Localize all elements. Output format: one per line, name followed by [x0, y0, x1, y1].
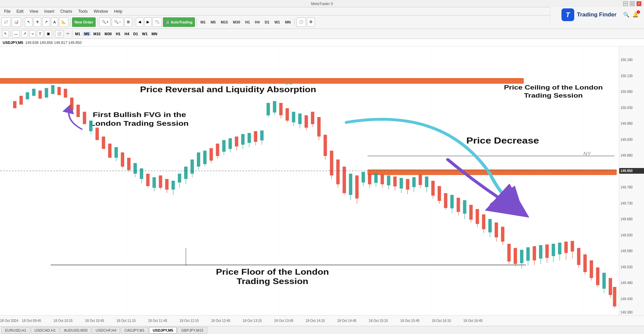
timeframe-d1[interactable]: D1 — [132, 32, 139, 36]
timeframe-m30[interactable]: M30 — [103, 32, 113, 36]
cursor-button[interactable]: ↖ — [25, 17, 33, 27]
scroll-left-button[interactable]: ◀ — [136, 17, 143, 27]
new-order-button[interactable]: New Order — [72, 17, 96, 27]
svg-rect-37 — [76, 105, 80, 117]
svg-rect-96 — [260, 130, 264, 141]
menu-view[interactable]: View — [27, 8, 41, 14]
tf-h4[interactable]: H4 — [253, 19, 262, 25]
svg-rect-182 — [533, 246, 536, 260]
svg-rect-164 — [476, 209, 479, 224]
symbol-tabs: EURUSD,H1 USDCAD,H1 AUDUSD,M30 USDCHF,H4… — [0, 326, 644, 334]
tf-d1[interactable]: D1 — [263, 19, 271, 25]
zoom-out-button[interactable]: 🔍− — [112, 17, 123, 27]
timeframe-w1[interactable]: W1 — [141, 32, 149, 36]
new-chart-button[interactable]: 📈 — [1, 17, 11, 27]
svg-rect-35 — [70, 98, 73, 110]
menu-insert[interactable]: Insert — [42, 8, 57, 14]
svg-rect-140 — [399, 178, 403, 189]
svg-rect-110 — [305, 115, 308, 128]
tf-w1[interactable]: W1 — [272, 19, 282, 25]
timeframe-h4[interactable]: H4 — [123, 32, 130, 36]
svg-rect-200 — [590, 260, 593, 278]
svg-rect-184 — [539, 245, 542, 259]
svg-rect-142 — [406, 179, 409, 190]
time-label-5: 18 Oct 11:45 — [148, 319, 167, 323]
line-button[interactable]: ↗ — [42, 17, 50, 27]
svg-rect-2 — [0, 78, 524, 79]
draw-trendline[interactable]: ↗ — [21, 30, 28, 38]
time-label-13: 18 Oct 15:45 — [400, 319, 419, 323]
chart-type-button[interactable]: 📊 — [12, 17, 21, 27]
search-icon[interactable]: 🔍 — [623, 12, 630, 18]
svg-rect-108 — [298, 114, 302, 124]
text-button[interactable]: A — [51, 17, 58, 27]
settings-button[interactable]: ⚙ — [307, 17, 315, 27]
tab-usdchf-h4[interactable]: USDCHF,H4 — [92, 327, 120, 334]
svg-rect-92 — [248, 133, 251, 143]
tf-mn[interactable]: MN — [283, 19, 293, 25]
draw-cursor[interactable]: ↖ — [2, 30, 9, 38]
tf-h1[interactable]: H1 — [243, 19, 252, 25]
tf-m30[interactable]: M30 — [231, 19, 242, 25]
draw-multiline[interactable]: ≈ — [30, 30, 36, 38]
draw-text-btn[interactable]: T — [37, 30, 43, 38]
draw-hline[interactable]: — — [12, 30, 20, 38]
tf-m5[interactable]: M5 — [209, 19, 218, 25]
svg-rect-166 — [482, 214, 485, 229]
tab-audusd-m30[interactable]: AUDUSD,M30 — [60, 327, 91, 334]
svg-rect-122 — [342, 167, 346, 193]
svg-rect-106 — [292, 112, 295, 122]
menu-edit[interactable]: Edit — [14, 8, 26, 14]
tab-cadjpy-m1[interactable]: CADJPY,M1 — [121, 327, 148, 334]
clock-button[interactable]: 🕐 — [297, 17, 306, 27]
scroll-right-button[interactable]: ▶ — [144, 17, 152, 27]
time-label-2: 18 Oct 10:15 — [53, 319, 72, 323]
svg-rect-100 — [273, 101, 276, 113]
chart-main[interactable]: LO NY Price Reversal and Liquidity Absor… — [0, 46, 619, 315]
svg-rect-208 — [613, 287, 616, 307]
timeframe-m5-active[interactable]: M5 — [83, 32, 91, 36]
svg-rect-154 — [444, 193, 447, 208]
fit-button[interactable]: ⊞ — [124, 17, 132, 27]
svg-rect-144 — [412, 177, 416, 187]
separator-3 — [97, 18, 98, 26]
svg-rect-51 — [121, 153, 124, 167]
svg-rect-65 — [165, 179, 168, 190]
timeframe-m1[interactable]: M1 — [74, 32, 82, 36]
svg-text:LO: LO — [286, 80, 293, 85]
menu-charts[interactable]: Charts — [58, 8, 75, 14]
svg-text:149.430: 149.430 — [621, 297, 633, 300]
svg-text:149.780: 149.780 — [621, 185, 633, 189]
tab-gbpjpy-m15[interactable]: GBPJPY,M15 — [177, 327, 207, 334]
tf-m15[interactable]: M15 — [219, 19, 230, 25]
tf-m1[interactable]: M1 — [199, 19, 208, 25]
svg-rect-82 — [216, 144, 219, 156]
svg-rect-124 — [349, 174, 352, 195]
timeframe-mn[interactable]: MN — [150, 32, 159, 36]
svg-rect-23 — [32, 89, 36, 96]
menu-file[interactable]: File — [1, 8, 13, 14]
svg-rect-102 — [279, 103, 282, 115]
crosshair-button[interactable]: ✛ — [34, 17, 41, 27]
tab-usdjpy-m5[interactable]: USDJPY,M5 — [149, 327, 177, 334]
notification-icon[interactable]: 🔔1 — [632, 12, 639, 18]
zoom-in-button[interactable]: 🔍+ — [99, 17, 111, 27]
fib-button[interactable]: 📐 — [59, 17, 68, 27]
timeframe-h1[interactable]: H1 — [114, 32, 122, 36]
menu-help[interactable]: Help — [111, 8, 125, 14]
time-label-10: 18 Oct 14:15 — [306, 319, 325, 323]
pen-label: ✏ — [65, 32, 71, 36]
draw-text-frame[interactable]: ▣ — [45, 30, 52, 38]
new-order-label: New Order — [74, 20, 93, 24]
svg-rect-158 — [457, 198, 460, 212]
menu-tools[interactable]: Tools — [75, 8, 90, 14]
autotrading-button[interactable]: 🤖 AutoTrading — [163, 17, 195, 27]
tab-eurusd-h1[interactable]: EURUSD,H1 — [1, 327, 30, 334]
indicators-button[interactable]: 📉 — [153, 17, 162, 27]
draw-shapes[interactable]: ⬜ — [55, 30, 64, 38]
svg-rect-59 — [146, 174, 150, 186]
svg-rect-130 — [368, 174, 371, 184]
timeframe-m15[interactable]: M15 — [92, 32, 102, 36]
menu-window[interactable]: Window — [91, 8, 111, 14]
tab-usdcad-h1[interactable]: USDCAD,H1 — [31, 327, 60, 334]
